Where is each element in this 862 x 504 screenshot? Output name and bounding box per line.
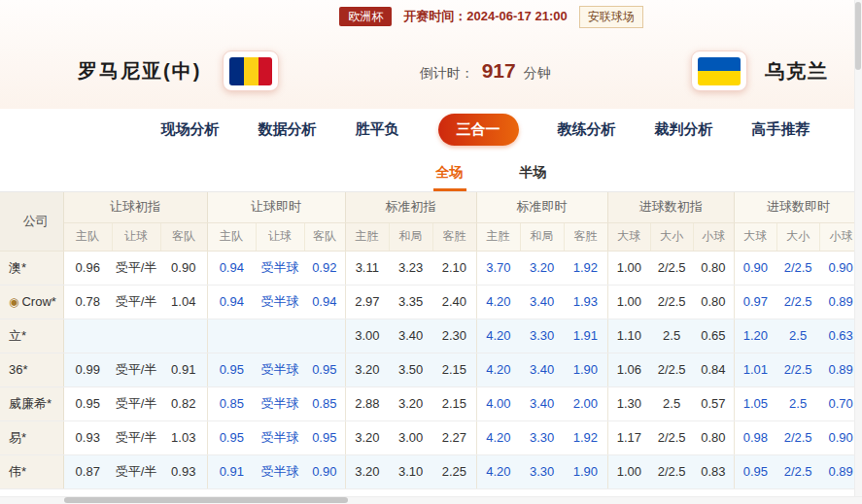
vertical-scrollbar-thumb[interactable] (855, 2, 861, 70)
nav-tab-2[interactable]: 胜平负 (356, 120, 399, 139)
odds-cell: 3.20 (345, 353, 389, 386)
odds-cell: 2/2.5 (650, 420, 693, 454)
odds-cell: 0.57 (693, 386, 734, 420)
company-name: 立* (0, 319, 63, 353)
odds-cell: 1.00 (607, 285, 650, 319)
odds-cell: 0.96 (63, 251, 112, 285)
odds-cell: 受半球 (256, 251, 304, 285)
horizontal-scrollbar-thumb[interactable] (64, 497, 348, 503)
odds-cell: 3.00 (389, 420, 432, 454)
sub-header: 让球 (256, 222, 304, 251)
odds-cell: 2.15 (432, 386, 476, 420)
odds-cell: 0.85 (304, 386, 345, 420)
company-name: ◉Crow* (0, 285, 63, 319)
nav-tab-0[interactable]: 现场分析 (161, 120, 220, 139)
odds-cell: 4.20 (476, 319, 520, 353)
odds-cell: 2.97 (345, 285, 389, 319)
table-row-0: 澳*0.96受平/半0.900.94受半球0.923.113.232.103.7… (0, 251, 862, 285)
match-info-bar: 欧洲杯 开赛时间：2024-06-17 21:00 安联球场 (60, 0, 862, 33)
odds-cell: 1.92 (564, 251, 607, 285)
odds-cell: 3.11 (345, 251, 389, 285)
odds-cell: 1.00 (607, 454, 650, 488)
horizontal-scrollbar[interactable] (0, 496, 862, 504)
odds-cell: 3.30 (520, 319, 564, 353)
kickoff-time: 开赛时间：2024-06-17 21:00 (403, 8, 567, 25)
odds-cell: 4.20 (476, 420, 520, 454)
company-name: 澳* (0, 251, 63, 285)
odds-cell: 0.95 (207, 353, 256, 386)
odds-cell (256, 319, 304, 353)
sub-header: 大球 (607, 222, 650, 251)
sub-header: 大小 (776, 222, 819, 251)
company-label: 易* (9, 430, 26, 445)
odds-cell: 2/2.5 (776, 353, 819, 386)
group-header-4: 进球数初指 (607, 192, 734, 222)
sub-header: 和局 (389, 222, 432, 251)
company-label: 立* (9, 328, 26, 343)
nav-tab-6[interactable]: 高手推荐 (752, 120, 810, 139)
subtab-1[interactable]: 半场 (517, 164, 550, 191)
company-name: 威廉希* (0, 386, 63, 420)
nav-tab-5[interactable]: 裁判分析 (655, 120, 713, 139)
odds-cell: 2/2.5 (776, 420, 819, 454)
nav-tab-3[interactable]: 三合一 (438, 114, 519, 146)
vertical-scrollbar[interactable] (854, 0, 862, 504)
odds-cell: 3.20 (520, 251, 564, 285)
odds-cell: 1.00 (607, 251, 650, 285)
company-label: 威廉希* (9, 396, 52, 411)
odds-cell: 3.10 (389, 454, 432, 488)
odds-cell: 1.10 (607, 319, 650, 353)
odds-cell: 3.40 (389, 319, 432, 353)
odds-cell: 1.92 (564, 420, 607, 454)
odds-cell: 受平/半 (112, 251, 160, 285)
group-header-0: 让球初指 (63, 192, 207, 222)
sub-header: 主胜 (476, 222, 520, 251)
sub-header: 客队 (304, 222, 345, 251)
sub-header: 大小 (650, 222, 693, 251)
flag-stripe (259, 57, 273, 85)
odds-cell (207, 319, 256, 353)
countdown: 倒计时：917分钟 (279, 59, 691, 83)
table-row-2: 立*3.003.402.304.203.301.911.102.50.651.2… (0, 319, 862, 353)
nav-tab-4[interactable]: 教练分析 (558, 120, 616, 139)
odds-cell: 3.20 (345, 454, 389, 488)
teams-row: 罗马尼亚(中) 倒计时：917分钟 乌克兰 (0, 33, 862, 109)
odds-cell: 0.95 (734, 454, 776, 488)
league-badge: 欧洲杯 (339, 7, 392, 26)
table-row-1: ◉Crow*0.78受平/半1.040.94受半球0.942.973.352.4… (0, 285, 862, 319)
odds-cell: 1.17 (607, 420, 650, 454)
odds-cell: 0.78 (63, 285, 112, 319)
odds-cell: 0.95 (207, 420, 256, 454)
odds-cell: 受平/半 (112, 386, 160, 420)
romania-flag (229, 57, 272, 85)
company-column-header: 公司 (0, 192, 63, 251)
odds-cell: 1.30 (607, 386, 650, 420)
odds-cell: 2.15 (432, 353, 476, 386)
odds-cell: 受半球 (256, 386, 304, 420)
odds-cell: 0.94 (207, 285, 256, 319)
odds-cell: 2.30 (432, 319, 476, 353)
odds-cell: 受平/半 (112, 285, 160, 319)
odds-cell: 2.5 (650, 319, 693, 353)
odds-cell: 3.23 (389, 251, 432, 285)
company-logo-icon: ◉ (9, 295, 18, 309)
nav-tabs: 现场分析数据分析胜平负三合一教练分析裁判分析高手推荐 (54, 109, 862, 150)
subtab-0[interactable]: 全场 (433, 164, 466, 191)
odds-cell: 2.40 (432, 285, 476, 319)
odds-cell: 2.5 (776, 386, 819, 420)
odds-cell: 1.91 (564, 319, 607, 353)
odds-cell: 4.20 (476, 285, 520, 319)
odds-cell: 3.20 (389, 386, 432, 420)
table-row-5: 易*0.93受平/半1.030.95受半球0.953.203.002.274.2… (0, 420, 862, 454)
group-header-3: 标准即时 (476, 192, 607, 222)
company-label: 伟* (9, 464, 26, 479)
odds-cell: 3.30 (520, 420, 564, 454)
odds-cell: 0.83 (693, 454, 734, 488)
away-team-name: 乌克兰 (765, 58, 829, 84)
nav-tab-1[interactable]: 数据分析 (259, 120, 317, 139)
sub-header: 大球 (734, 222, 776, 251)
flag-stripe (244, 57, 259, 85)
odds-cell: 1.93 (564, 285, 607, 319)
odds-cell: 3.30 (520, 454, 564, 488)
company-label: 澳* (9, 260, 26, 275)
